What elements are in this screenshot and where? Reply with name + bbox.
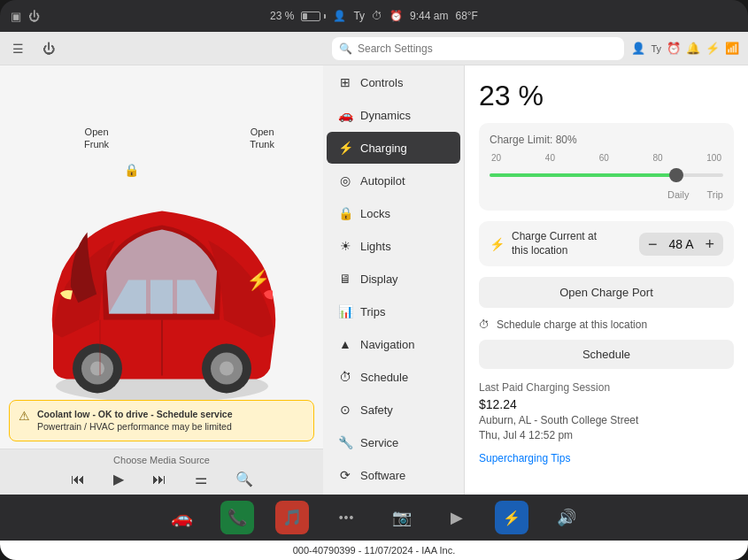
search-input-wrap[interactable]: 🔍 [332, 37, 624, 60]
charge-current-row: ⚡ Charge Current atthis location − 48 A … [479, 221, 734, 266]
charge-bolt-icon: ⚡ [490, 237, 505, 251]
top-signal-icon[interactable]: 📶 [725, 42, 739, 55]
equalizer-button[interactable]: ⚌ [189, 469, 212, 489]
top-user-icon[interactable]: 👤 [631, 42, 645, 55]
nav-label-safety: Safety [360, 403, 393, 417]
slider-ticks: 20 40 60 80 100 [490, 153, 723, 163]
slider-thumb[interactable] [669, 168, 683, 182]
charging-nav-icon: ⚡ [337, 141, 353, 155]
last-paid-location: Auburn, AL - South College Street Thu, J… [479, 413, 734, 443]
search-row: 🔍 👤 Ty ⏰ 🔔 ⚡ 📶 [323, 32, 748, 65]
taskbar: 🚗 📞 🎵 ••• 📷 ▶ ⚡ 🔊 [0, 495, 748, 541]
slider-fill [490, 173, 676, 177]
nav-item-service[interactable]: 🔧 Service [327, 426, 460, 458]
user-name-status: Ty [353, 10, 365, 22]
sidebar-toggle-icon[interactable]: ☰ [9, 40, 27, 58]
taskbar-volume-button[interactable]: 🔊 [550, 501, 583, 534]
screen: ▣ ⏻ 23 % 👤 Ty ⏱ ⏰ 9:44 am 68°F [0, 0, 748, 541]
charge-slider-wrap[interactable] [490, 166, 723, 184]
warning-text: Coolant low - OK to drive - Schedule ser… [37, 408, 233, 433]
nav-item-charging[interactable]: ⚡ Charging [327, 132, 460, 164]
settings-nav: ⊞ Controls 🚗 Dynamics ⚡ Charging ◎ [323, 65, 465, 495]
slider-track [490, 173, 723, 177]
search-icons: 👤 Ty ⏰ 🔔 ⚡ 📶 [631, 42, 739, 55]
last-paid-label: Last Paid Charging Session [479, 381, 734, 394]
next-track-button[interactable]: ⏭ [147, 470, 172, 489]
top-sound-icon[interactable]: 🔔 [686, 42, 700, 55]
taskbar-camera-button[interactable]: 📷 [385, 501, 419, 534]
nav-label-lights: Lights [360, 240, 391, 253]
settings-content: 23 % Charge Limit: 80% 20 40 60 80 100 [465, 65, 748, 495]
timer-icon-status: ⏱ [372, 10, 382, 22]
search-input[interactable] [358, 42, 617, 55]
warning-icon: ⚠ [19, 409, 30, 423]
camera-icon: ▣ [11, 10, 21, 23]
nav-label-navigation: Navigation [360, 338, 414, 351]
schedule-button[interactable]: Schedule [479, 340, 734, 369]
lights-icon: ☀ [337, 239, 353, 253]
current-value: 48 A [664, 237, 698, 251]
nav-item-trips[interactable]: 📊 Trips [327, 295, 460, 327]
temp-display: 68°F [455, 10, 477, 22]
svg-point-4 [90, 362, 104, 376]
svg-point-7 [220, 362, 234, 376]
top-user-label: Ty [651, 43, 661, 54]
nav-item-locks[interactable]: 🔒 Locks [327, 197, 460, 229]
watermark: 000-40790399 - 11/07/2024 - IAA Inc. [0, 541, 748, 560]
autopilot-icon: ◎ [337, 173, 353, 188]
increase-current-button[interactable]: + [705, 236, 714, 252]
status-bar-center: 23 % 👤 Ty ⏱ ⏰ 9:44 am 68°F [270, 10, 478, 22]
nav-item-safety[interactable]: ⊙ Safety [327, 394, 460, 426]
open-charge-port-button[interactable]: Open Charge Port [479, 277, 734, 308]
frunk-label[interactable]: Open Frunk [84, 126, 109, 151]
charge-limit-section: Charge Limit: 80% 20 40 60 80 100 [479, 123, 734, 211]
schedule-row: ⏱ Schedule charge at this location [479, 318, 734, 331]
status-bar-left: ▣ ⏻ [11, 10, 261, 23]
frunk-lock-icon: 🔒 [124, 163, 139, 177]
decrease-current-button[interactable]: − [648, 236, 658, 252]
charge-stepper[interactable]: − 48 A + [639, 233, 723, 256]
nav-item-controls[interactable]: ⊞ Controls [327, 66, 460, 98]
supercharging-tips-link[interactable]: Supercharging Tips [479, 452, 734, 464]
locks-icon: 🔒 [337, 206, 353, 220]
taskbar-car-button[interactable]: 🚗 [166, 501, 199, 534]
nav-label-display: Display [360, 272, 398, 286]
nav-item-dynamics[interactable]: 🚗 Dynamics [327, 99, 460, 131]
taskbar-more-button[interactable]: ••• [330, 501, 364, 534]
trunk-label[interactable]: Open Trunk [250, 126, 274, 151]
daily-label: Daily [667, 189, 689, 200]
nav-item-schedule[interactable]: ⏱ Schedule [327, 361, 460, 393]
taskbar-music-button[interactable]: 🎵 [275, 501, 309, 534]
nav-item-navigation[interactable]: ▲ Navigation [327, 328, 460, 360]
prev-track-button[interactable]: ⏮ [66, 470, 90, 489]
nav-label-controls: Controls [360, 76, 403, 89]
power-panel-icon[interactable]: ⏻ [40, 40, 58, 58]
schedule-label: Schedule charge at this location [497, 318, 647, 331]
nav-item-display[interactable]: 🖥 Display [327, 263, 460, 295]
nav-item-autopilot[interactable]: ◎ Autopilot [327, 165, 460, 196]
top-bluetooth-icon[interactable]: ⚡ [706, 42, 720, 55]
nav-item-lights[interactable]: ☀ Lights [327, 230, 460, 262]
display-icon: 🖥 [337, 272, 353, 286]
taskbar-bluetooth-button[interactable]: ⚡ [495, 501, 528, 534]
media-controls: ⏮ ▶ ⏭ ⚌ 🔍 [0, 465, 323, 493]
schedule-icon: ⏱ [337, 370, 353, 384]
nav-label-trips: Trips [360, 305, 385, 318]
charging-bolt-icon: ⚡ [246, 269, 270, 292]
status-bar: ▣ ⏻ 23 % 👤 Ty ⏱ ⏰ 9:44 am 68°F [0, 0, 748, 32]
car-panel: ☰ ⏻ [0, 32, 323, 495]
media-source-label: Choose Media Source [0, 449, 323, 465]
taskbar-phone-button[interactable]: 📞 [220, 501, 254, 534]
outer-frame: ▣ ⏻ 23 % 👤 Ty ⏱ ⏰ 9:44 am 68°F [0, 0, 748, 560]
schedule-clock-icon: ⏱ [479, 318, 490, 331]
controls-icon: ⊞ [337, 75, 353, 89]
search-media-button[interactable]: 🔍 [230, 469, 258, 489]
taskbar-play-button[interactable]: ▶ [440, 501, 474, 534]
play-pause-button[interactable]: ▶ [108, 469, 129, 489]
top-timer-icon[interactable]: ⏰ [667, 42, 681, 55]
nav-item-software[interactable]: ⟳ Software [327, 459, 460, 491]
last-paid-amount: $12.24 [479, 397, 734, 411]
trip-label: Trip [706, 189, 723, 200]
dynamics-icon: 🚗 [337, 108, 353, 122]
last-paid-section: Last Paid Charging Session $12.24 Auburn… [479, 381, 734, 443]
